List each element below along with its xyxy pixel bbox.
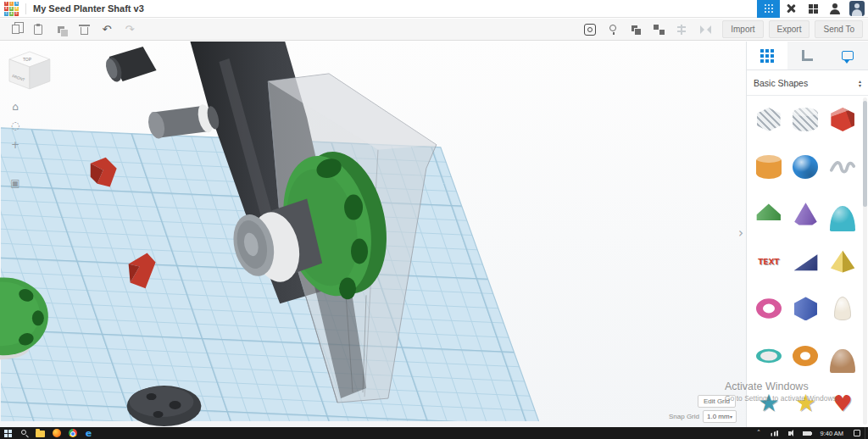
blocks-button[interactable] [802,0,824,18]
edge-button[interactable]: e [81,427,97,439]
shape-torus[interactable] [752,287,786,330]
shape-cylinder-hole[interactable] [788,98,822,141]
shapes-panel: Basic Shapes ▴▾ TEXT★★♥ [746,42,868,427]
show-desktop-button[interactable] [865,427,868,439]
top-bar-right [757,0,868,18]
panel-scrollbar[interactable] [863,97,867,425]
sphere-thumbnail [793,155,818,179]
battery-button[interactable] [798,427,815,439]
clock[interactable]: 9:40 AM [815,430,849,437]
scribble-thumbnail [830,155,855,179]
shape-scribble[interactable] [826,146,860,188]
view-cube-top-label[interactable]: TOP [23,57,32,62]
mirror-button[interactable] [694,20,715,39]
show-all-button[interactable] [603,20,623,39]
tab-ruler[interactable] [787,42,828,69]
shape-roof[interactable] [752,193,786,236]
panel-tabs [747,42,868,70]
box-hole-thumbnail [756,108,782,131]
tinker-tools-button[interactable] [780,0,802,18]
snap-grid-value: 1.0 mm [707,413,730,420]
design-title[interactable]: My Seed Planter Shaft v3 [33,3,144,14]
pyramid-thumbnail [830,250,855,274]
logo-tile: N [14,2,19,6]
bricks-icon [809,4,813,8]
adjust-button[interactable] [580,20,600,39]
shape-half-sphere[interactable] [826,193,860,236]
home-view-button[interactable]: ⌂ [8,99,23,114]
shape-polygon[interactable] [788,287,822,330]
copy-button[interactable] [5,20,25,39]
apps-grid-button[interactable] [757,0,780,18]
ungroup-button[interactable] [648,20,669,39]
roof-thumbnail [756,203,782,226]
fit-view-button[interactable]: ◌ [8,118,23,133]
half-sphere-thumbnail [830,206,855,231]
dome-thumbnail [830,349,855,373]
shapes-grid: TEXT★★♥ [747,96,868,425]
view-cube[interactable]: TOP FRONT [9,52,50,89]
delete-button[interactable] [74,20,94,39]
viewport-3d[interactable]: TOP FRONT ⌂ ◌ + ▣ › Edit Grid Snap Grid … [0,42,746,427]
undo-button[interactable]: ↶ [97,20,117,39]
export-button[interactable]: Export [769,20,810,38]
shape-box[interactable] [826,98,860,141]
redo-button[interactable]: ↷ [120,20,140,39]
shape-wedge[interactable] [788,241,822,283]
chrome-icon [69,429,77,437]
group-button[interactable] [626,20,646,39]
start-button[interactable] [0,427,16,439]
shape-paraboloid[interactable] [826,287,860,330]
search-button[interactable] [16,427,32,439]
shape-cone[interactable] [788,193,822,236]
avatar[interactable] [849,1,865,16]
shape-cylinder[interactable] [752,146,786,188]
shape-category-select[interactable]: Basic Shapes ▴▾ [747,70,868,96]
apps-grid-icon [765,4,766,6]
category-spinner-icon[interactable]: ▴▾ [859,79,861,87]
battery-icon [803,431,811,436]
hammer-icon [786,3,796,14]
paste-icon [34,25,42,35]
tube-thumbnail [756,349,782,364]
firefox-button[interactable] [48,427,64,439]
tab-shapes[interactable] [747,42,787,69]
shape-tube[interactable] [752,335,786,377]
edit-grid-button[interactable]: Edit Grid [698,395,736,408]
shape-text[interactable]: TEXT [752,241,786,283]
shape-box-hole[interactable] [752,98,786,141]
paraboloid-thumbnail [834,297,851,320]
shape-star[interactable]: ★ [752,382,786,425]
torus-thumbnail [756,299,782,319]
shape-star-yellow[interactable]: ★ [788,382,822,425]
action-center-button[interactable] [849,427,865,439]
invite-button[interactable] [824,0,846,18]
paste-button[interactable] [28,20,48,39]
file-explorer-button[interactable] [32,427,48,439]
scrollbar-thumb[interactable] [863,101,867,207]
tab-notes[interactable] [827,42,868,69]
dark-part-bottom[interactable] [127,386,202,426]
snap-grid-select[interactable]: 1.0 mm ▾ [703,410,737,423]
grid-settings-button[interactable]: ▣ [8,175,23,191]
shape-donut[interactable] [788,335,822,377]
import-button[interactable]: Import [722,20,763,38]
shape-sphere[interactable] [788,146,822,188]
send-to-button[interactable]: Send To [815,20,863,38]
align-icon [681,25,682,35]
tray-expand-button[interactable]: ˄ [750,427,766,439]
zoom-in-button[interactable]: + [8,137,23,153]
volume-button[interactable] [782,427,798,439]
scene-3d[interactable]: TOP FRONT [0,42,746,427]
shape-dome[interactable] [826,335,860,377]
network-button[interactable] [766,427,782,439]
chrome-button[interactable] [64,427,81,439]
network-icon [771,431,778,436]
shape-heart[interactable]: ♥ [826,382,860,425]
duplicate-button[interactable] [51,20,71,39]
align-button[interactable] [671,20,692,39]
panel-collapse-handle[interactable]: › [736,221,746,245]
tinkercad-logo[interactable]: TINKERCAD [4,2,19,16]
cone-thumbnail [793,203,818,226]
shape-pyramid[interactable] [826,241,860,283]
